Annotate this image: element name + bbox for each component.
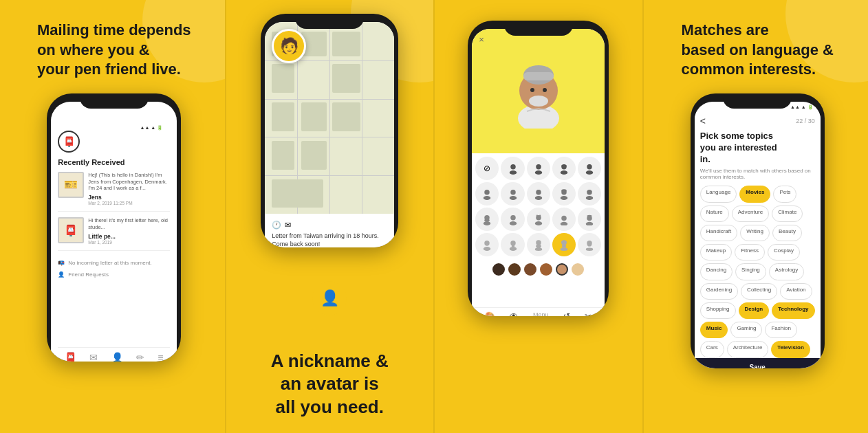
progress-counter: 22 / 30 <box>796 118 815 124</box>
topic-fitness[interactable]: Fitness <box>735 244 765 260</box>
phone-1: ▲▲ ▲ 🔋 📮 Recently Received 🎫 Hej! (This … <box>47 93 181 362</box>
avatar-option-11[interactable] <box>501 208 524 231</box>
mail-date-2: Mar 1, 2019 <box>88 240 170 245</box>
svg-point-15 <box>586 170 594 175</box>
avatar-option-15[interactable] <box>475 233 499 256</box>
phone-4-screen: ▲▲ ▲ 🔋 < 22 / 30 Pick some topics you ar… <box>695 102 821 368</box>
topic-adventure[interactable]: Adventure <box>732 206 769 222</box>
topic-beauty[interactable]: Beauty <box>772 225 802 241</box>
avatar-option-12[interactable] <box>527 208 550 231</box>
big-avatar-svg <box>501 53 576 129</box>
nav-mail-icon: ✉ <box>89 352 98 362</box>
avatar-option-8[interactable] <box>552 182 576 206</box>
color-3[interactable] <box>524 263 536 276</box>
svg-point-40 <box>484 247 491 251</box>
svg-point-25 <box>587 190 592 195</box>
topic-writing[interactable]: Writing <box>740 225 770 241</box>
topic-gaming[interactable]: Gaming <box>730 322 762 338</box>
topic-collecting[interactable]: Collecting <box>741 283 777 300</box>
svg-point-46 <box>534 248 542 252</box>
avatar-option-6[interactable] <box>501 182 524 206</box>
map-block-8 <box>332 102 360 131</box>
menu-text-1[interactable]: Menu <box>533 311 549 316</box>
avatar-option-1[interactable] <box>501 157 524 180</box>
avatar-preview-area: × <box>472 29 605 153</box>
color-2[interactable] <box>508 263 521 276</box>
color-5-selected[interactable] <box>556 263 568 276</box>
topic-technology[interactable]: Technology <box>772 302 814 319</box>
close-button[interactable]: × <box>479 34 484 45</box>
mail-stamp-2: 📮 <box>58 217 84 243</box>
topic-movies[interactable]: Movies <box>739 186 770 202</box>
topic-aviation[interactable]: Aviation <box>780 283 812 300</box>
color-1[interactable] <box>492 263 505 276</box>
mail-icon: ✉ <box>285 221 291 230</box>
svg-point-21 <box>534 196 542 200</box>
svg-point-4 <box>530 88 534 92</box>
svg-point-32 <box>509 221 517 225</box>
no-letter: 📭 No incoming letter at this moment. <box>58 260 170 266</box>
notification-text: Letter from Taiwan arriving in 18 hours.… <box>272 232 387 247</box>
avatar-option-13[interactable] <box>552 208 576 231</box>
svg-point-48 <box>561 241 567 244</box>
svg-point-36 <box>561 222 568 225</box>
avatar-option-10[interactable] <box>475 208 499 231</box>
topic-language[interactable]: Language <box>700 186 737 202</box>
avatar-option-5[interactable] <box>475 182 499 206</box>
panel-matches-interests: Matches are based on language & common i… <box>642 0 869 433</box>
topic-architecture[interactable]: Architecture <box>727 341 769 357</box>
topic-cosplay[interactable]: Cosplay <box>768 244 800 260</box>
friend-requests: 👤 Friend Requests <box>58 271 170 278</box>
reset-icon[interactable]: ↺ <box>563 311 570 316</box>
color-4[interactable] <box>540 263 552 276</box>
svg-point-45 <box>536 245 541 249</box>
topic-pets[interactable]: Pets <box>773 186 796 202</box>
eye-icon[interactable]: 👁 <box>510 311 518 316</box>
topic-design[interactable]: Design <box>739 302 770 319</box>
palette-icon[interactable]: 🎨 <box>485 311 495 316</box>
topic-gardening[interactable]: Gardening <box>700 283 738 300</box>
avatar-option-3[interactable] <box>552 157 576 180</box>
mail-date-1: Mar 2, 2019 11:25 PM <box>88 201 170 206</box>
color-6[interactable] <box>572 263 584 276</box>
save-button[interactable]: Save <box>695 358 821 368</box>
topic-music[interactable]: Music <box>700 322 728 338</box>
svg-point-19 <box>509 196 517 200</box>
mail-content-2: Hi there! it's my first letter here, old… <box>88 217 170 245</box>
topic-cars[interactable]: Cars <box>700 341 724 357</box>
mail-item-1: 🎫 Hej! (This is hello in Danish!) I'm Je… <box>58 172 170 212</box>
scissors-icon[interactable]: ✂ <box>585 311 592 316</box>
svg-point-24 <box>561 196 568 200</box>
avatar-option-14[interactable] <box>578 208 601 231</box>
map-block-6 <box>272 102 295 131</box>
topic-shopping[interactable]: Shopping <box>700 302 736 319</box>
panel-avatar-picker: × <box>433 0 642 433</box>
topic-handicraft[interactable]: Handicraft <box>700 225 737 241</box>
avatar-option-19[interactable] <box>578 233 601 256</box>
avatar-option-17[interactable] <box>527 233 550 256</box>
svg-point-29 <box>485 219 490 222</box>
topic-nature[interactable]: Nature <box>700 206 729 222</box>
topic-singing[interactable]: Singing <box>735 263 766 280</box>
avatar-option-18-selected[interactable] <box>552 233 576 256</box>
map-avatar: 🧑 <box>272 29 306 63</box>
topic-makeup[interactable]: Makeup <box>700 244 732 260</box>
svg-point-28 <box>484 221 491 225</box>
topic-climate[interactable]: Climate <box>772 206 803 222</box>
topic-fashion[interactable]: Fashion <box>765 322 796 338</box>
topic-astrology[interactable]: Astrology <box>769 263 804 280</box>
no-avatar-option[interactable]: ⊘ <box>475 157 499 180</box>
svg-point-5 <box>543 88 547 92</box>
map-block-7 <box>301 102 327 131</box>
avatar-option-16[interactable] <box>501 233 524 256</box>
topic-television[interactable]: Television <box>771 341 810 357</box>
map-block-3 <box>332 32 360 56</box>
back-button[interactable]: < <box>700 115 706 126</box>
recently-received-label: Recently Received <box>58 158 170 166</box>
avatar-option-7[interactable] <box>527 182 550 206</box>
avatar-option-4[interactable] <box>578 157 601 180</box>
topic-dancing[interactable]: Dancing <box>700 263 733 280</box>
avatar-option-9[interactable] <box>578 182 601 206</box>
avatar-option-2[interactable] <box>527 157 550 180</box>
phone-2: 🧑 🕐 ✉ Letter from Taiwan arriving in 18 … <box>261 14 398 247</box>
